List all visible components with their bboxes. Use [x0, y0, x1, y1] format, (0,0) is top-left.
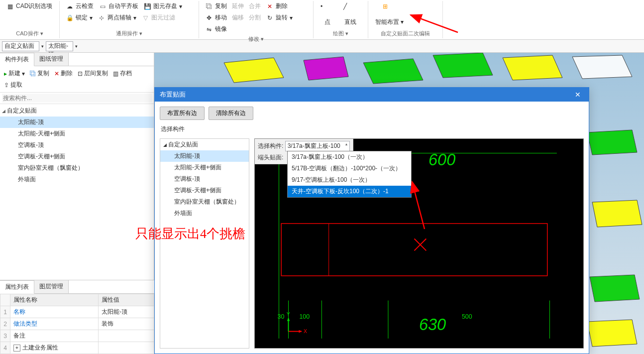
dlg-tree-exterior[interactable]: 外墙面 [160, 208, 249, 219]
axis-y: Y [287, 311, 290, 317]
cloud-check-btn[interactable]: ☁云检查 [64, 1, 96, 11]
mirror-btn[interactable]: ⇋镜像 [203, 24, 229, 34]
svg-marker-8 [590, 275, 640, 302]
tree-item-exterior-wall[interactable]: 外墙面 [0, 174, 154, 185]
dlg-tree-sun-top[interactable]: 太阳能-顶 [160, 150, 249, 162]
lock-btn[interactable]: 🔒锁定 ▾ [64, 12, 95, 23]
tree-item-indoor-ceiling[interactable]: 室内卧室天棚（飘窗处） [0, 162, 154, 174]
axis-icon: ⊹ [98, 14, 106, 22]
cloud-icon: ☁ [66, 2, 74, 10]
smart-layout-btn[interactable]: ⊞智能布置 ▾ [372, 1, 407, 28]
component-select[interactable]: 太阳能-顶 [46, 41, 73, 51]
prop-row-civil[interactable]: 4+土建业务属性 [0, 342, 154, 354]
two-point-axis-btn[interactable]: ⊹两点辅轴 ▾ [96, 12, 138, 23]
dlg-tree-ac-top[interactable]: 空调板-顶 [160, 173, 249, 185]
del-comp-btn[interactable]: ✕删除 [52, 68, 75, 79]
svg-marker-1 [304, 57, 348, 80]
extract-btn[interactable]: ⇪提取 [2, 80, 24, 90]
del-comp-icon: ✕ [54, 70, 59, 77]
dlg-tree-root[interactable]: 自定义贴面 [160, 139, 249, 150]
dialog-titlebar[interactable]: 布置贴面 ✕ [155, 88, 589, 102]
auto-flat-btn[interactable]: ▭自动平齐板 [97, 1, 140, 11]
expand-icon[interactable]: + [13, 345, 20, 352]
copy-btn[interactable]: ⿻复制 [203, 1, 229, 11]
split-btn[interactable]: 分割 [247, 12, 263, 23]
group-label-custom: 自定义贴面二次编辑 [372, 29, 438, 38]
dialog-title-text: 布置贴面 [160, 90, 186, 99]
col-prop-name: 属性名称 [10, 294, 99, 306]
dlg-tree-indoor-ceiling[interactable]: 室内卧室天棚（飘窗处） [160, 196, 249, 208]
tree-root[interactable]: 自定义贴面 [0, 105, 154, 117]
cad-recognize-btn[interactable]: ▦CAD识别选项 [4, 1, 55, 11]
dim-bottom: 630 [419, 316, 446, 334]
axis-x: X [304, 328, 307, 334]
property-panel: 属性列表 图层管理 属性名称属性值 1名称太阳能-顶 2做法类型装饰 3备注 4… [0, 280, 154, 354]
tree-item-ac-ceiling[interactable]: 空调板-天棚+侧面 [0, 151, 154, 162]
dim-30: 30 [278, 313, 285, 320]
field-panel: 选择构件: 3/17a-飘窗上板-100 端头贴面: 3/17a-飘窗上板-10… [255, 139, 353, 164]
line-icon: ╱ [343, 3, 357, 17]
tree-item-ac-top[interactable]: 空调板-顶 [0, 139, 154, 151]
dlg-tree-ac-ceiling[interactable]: 空调板-天棚+侧面 [160, 185, 249, 196]
move-btn[interactable]: ✥移动 [203, 12, 229, 23]
svg-marker-5 [572, 55, 632, 79]
tab-props[interactable]: 属性列表 [0, 280, 34, 294]
sub-toolbar: 自定义贴面▾ 太阳能-顶▾ [0, 40, 644, 53]
move-icon: ✥ [205, 14, 213, 22]
extract-icon: ⇪ [4, 82, 9, 89]
line-btn[interactable]: ╱直线 [340, 1, 360, 28]
elem-filter-btn[interactable]: ▽图元过滤 [139, 12, 177, 23]
svg-marker-21 [287, 318, 290, 321]
dialog-left-header: 选择构件 [160, 124, 584, 134]
elem-save-btn[interactable]: 💾图元存盘 ▾ [141, 1, 184, 11]
prop-row-remark[interactable]: 3备注 [0, 330, 154, 342]
copy-comp-btn[interactable]: ⿻复制 [28, 68, 51, 79]
svg-marker-7 [592, 200, 642, 227]
delete-btn[interactable]: ✕删除 [264, 1, 290, 11]
group-label-draw: 绘图 ▾ [318, 29, 364, 38]
svg-marker-4 [503, 55, 562, 80]
tree-item-sun-ceiling[interactable]: 太阳能-天棚+侧面 [0, 128, 154, 139]
dialog-canvas-area: 选择构件: 3/17a-飘窗上板-100 端头贴面: 3/17a-飘窗上板-10… [254, 138, 584, 349]
component-toolbar: ▸新建 ▾ ⿻复制 ✕删除 ⊡层间复制 ▥存档 ⇪提取 [0, 66, 154, 93]
copy-comp-icon: ⿻ [30, 70, 36, 77]
layout-all-btn[interactable]: 布置所有边 [160, 107, 205, 120]
end-face-label: 端头贴面: [258, 154, 283, 161]
tab-layers[interactable]: 图层管理 [34, 280, 69, 293]
select-comp-combo[interactable]: 3/17a-飘窗上板-100 [285, 141, 350, 151]
component-dropdown: 3/17a-飘窗上板-100（一次） 5/17B-空调板（翻边）-100*200… [287, 151, 412, 198]
clear-all-btn[interactable]: 清除所有边 [209, 107, 253, 120]
layout-dialog: 布置贴面 ✕ 布置所有边 清除所有边 选择构件 自定义贴面 太阳能-顶 太阳能-… [154, 87, 589, 354]
floor-copy-icon: ⊡ [78, 70, 83, 77]
merge-btn[interactable]: 合并 [247, 1, 263, 11]
offset-btn[interactable]: 偏移 [230, 12, 246, 23]
svg-marker-3 [433, 53, 493, 78]
lock-icon: 🔒 [66, 14, 74, 22]
dlg-tree-sun-ceiling[interactable]: 太阳能-天棚+侧面 [160, 162, 249, 173]
new-btn[interactable]: ▸新建 ▾ [2, 68, 27, 79]
category-select[interactable]: 自定义贴面 [2, 41, 39, 51]
disk-icon: 💾 [143, 2, 151, 10]
smart-layout-icon: ⊞ [383, 3, 397, 17]
archive-btn[interactable]: ▥存档 [111, 68, 134, 79]
ribbon: ▦CAD识别选项 CAD操作 ▾ ☁云检查 ▭自动平齐板 💾图元存盘 ▾ 🔒锁定… [0, 0, 644, 40]
prop-row-name[interactable]: 1名称太阳能-顶 [0, 306, 154, 318]
rotate-btn[interactable]: ↻旋转 ▾ [264, 12, 295, 23]
extend-btn[interactable]: 延伸 [230, 1, 246, 11]
search-input[interactable] [2, 94, 152, 103]
tree-item-sun-top[interactable]: 太阳能-顶 [0, 117, 154, 128]
dd-item-2[interactable]: 5/17B-空调板（翻边）-100*200-（一次） [288, 163, 411, 174]
flat-icon: ▭ [99, 2, 107, 10]
delete-icon: ✕ [266, 2, 274, 10]
tab-component-list[interactable]: 构件列表 [0, 53, 34, 66]
dialog-close-btn[interactable]: ✕ [572, 91, 584, 99]
tab-drawing-mgmt[interactable]: 图纸管理 [34, 53, 69, 66]
dd-item-3[interactable]: 9/17-空调板上板-100（一次） [288, 174, 411, 186]
prop-row-type[interactable]: 2做法类型装饰 [0, 318, 154, 330]
point-btn[interactable]: •点 [318, 1, 337, 28]
dd-item-4[interactable]: 天井-空调板下板-反坎100（二次）-1 [288, 186, 411, 197]
svg-rect-16 [281, 224, 547, 276]
svg-marker-9 [587, 320, 637, 347]
floor-copy-btn[interactable]: ⊡层间复制 [76, 68, 110, 79]
dd-item-1[interactable]: 3/17a-飘窗上板-100（一次） [288, 151, 411, 163]
